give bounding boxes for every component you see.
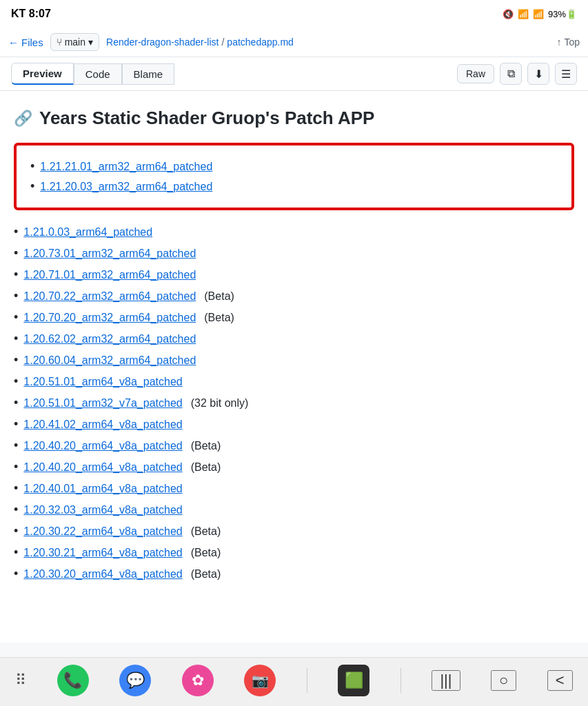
flower-icon: ✿ — [192, 672, 204, 689]
back-arrow-icon: ← — [8, 37, 19, 48]
phone-button[interactable]: 📞 — [57, 665, 89, 696]
top-button[interactable]: ↑ Top — [556, 37, 580, 48]
list-item: 1.20.51.01_arm64_v8a_patched — [14, 371, 574, 392]
list-item: 1.20.62.02_arm32_arm64_patched — [14, 328, 574, 350]
link-1-20-51-01-arm64[interactable]: 1.20.51.01_arm64_v8a_patched — [23, 376, 182, 388]
beta-suffix: (Beta) — [191, 568, 221, 581]
mute-icon: 🔇 — [503, 9, 514, 19]
list-item: 1.20.41.02_arm64_v8a_patched — [14, 414, 574, 435]
tab-preview[interactable]: Preview — [11, 63, 74, 85]
back-button[interactable]: ← Files — [8, 37, 43, 48]
link-1-21-0-03[interactable]: 1.21.0.03_arm64_patched — [23, 226, 152, 239]
list-item: 1.20.73.01_arm32_arm64_patched — [14, 243, 574, 264]
link-1-20-70-20[interactable]: 1.20.70.20_arm32_arm64_patched — [23, 312, 196, 324]
status-time: KT 8:07 — [11, 8, 51, 20]
link-1-20-41-02[interactable]: 1.20.41.02_arm64_v8a_patched — [23, 418, 182, 431]
list-button[interactable]: ☰ — [555, 63, 577, 85]
home-button[interactable]: ○ — [491, 670, 516, 691]
list-item: 1.21.21.01_arm32_arm64_patched — [30, 157, 558, 176]
copy-button[interactable]: ⧉ — [500, 63, 522, 85]
nav-divider — [307, 668, 307, 693]
file-path: Render-dragon-shader-list / patchedapp.m… — [106, 37, 549, 48]
list-item: 1.20.70.22_arm32_arm64_patched (Beta) — [14, 285, 574, 307]
apps-button[interactable]: ⠿ — [15, 672, 26, 689]
list-item: 1.20.60.04_arm32_arm64_patched — [14, 350, 574, 371]
list-item: 1.20.40.20_arm64_v8a_patched (Beta) — [14, 456, 574, 478]
link-1-20-30-21[interactable]: 1.20.30.21_arm64_v8a_patched — [23, 547, 182, 559]
page-title: Years Static Shader Gruop's Patch APP — [39, 108, 374, 129]
top-label: Top — [564, 37, 580, 48]
beta-suffix: (Beta) — [204, 312, 234, 324]
beta-suffix: (Beta) — [191, 547, 221, 559]
link-1-20-70-22[interactable]: 1.20.70.22_arm32_arm64_patched — [23, 290, 196, 303]
list-item: 1.20.51.01_arm32_v7a_patched (32 bit onl… — [14, 392, 574, 414]
page-title-row: 🔗 Years Static Shader Gruop's Patch APP — [14, 108, 574, 129]
beta-suffix: (Beta) — [204, 290, 234, 303]
list-item: 1.20.32.03_arm64_v8a_patched — [14, 499, 574, 521]
nav-bar: ← Files ⑂ main ▾ Render-dragon-shader-li… — [0, 28, 588, 57]
link-1-20-30-22[interactable]: 1.20.30.22_arm64_v8a_patched — [23, 525, 182, 538]
list-item: 1.20.71.01_arm32_arm64_patched — [14, 264, 574, 285]
path-separator: / — [221, 37, 224, 48]
raw-button[interactable]: Raw — [457, 64, 494, 83]
copy-icon: ⧉ — [507, 68, 515, 80]
list-item: 1.20.30.22_arm64_v8a_patched (Beta) — [14, 521, 574, 542]
link-1-20-51-01-arm32[interactable]: 1.20.51.01_arm32_v7a_patched — [23, 397, 182, 410]
list-item: 1.21.0.03_arm64_patched — [14, 221, 574, 243]
file-toolbar: Preview Code Blame Raw ⧉ ⬇ ☰ — [0, 57, 588, 91]
flower-button[interactable]: ✿ — [182, 665, 214, 696]
list-item: 1.20.30.21_arm64_v8a_patched (Beta) — [14, 542, 574, 563]
list-item: 1.21.20.03_arm32_arm64_patched — [30, 176, 558, 196]
branch-name: main — [65, 37, 85, 48]
system-back-icon: < — [556, 672, 565, 689]
wifi-icon: 📶 — [518, 9, 529, 19]
minecraft-icon: 🟩 — [345, 672, 363, 689]
link-1-20-40-01[interactable]: 1.20.40.01_arm64_v8a_patched — [23, 483, 182, 495]
branch-icon: ⑂ — [57, 37, 62, 48]
tab-blame[interactable]: Blame — [122, 63, 175, 85]
link-1-20-73-01[interactable]: 1.20.73.01_arm32_arm64_patched — [23, 248, 196, 260]
status-icons: 🔇 📶 📶 93%🔋 — [503, 9, 577, 19]
link-1-20-40-20-b[interactable]: 1.20.40.20_arm64_v8a_patched — [23, 461, 182, 474]
anchor-icon: 🔗 — [14, 110, 32, 128]
bottom-nav: ⠿ 📞 💬 ✿ 📷 🟩 ||| ○ < — [0, 657, 588, 706]
download-button[interactable]: ⬇ — [527, 63, 549, 85]
beta-suffix: (Beta) — [191, 525, 221, 538]
menu-button[interactable]: ||| — [432, 670, 460, 691]
32bit-suffix: (32 bit only) — [191, 397, 249, 410]
path-repo[interactable]: Render-dragon-shader-list — [106, 37, 219, 48]
link-1-20-32-03[interactable]: 1.20.32.03_arm64_v8a_patched — [23, 504, 182, 516]
messages-button[interactable]: 💬 — [119, 665, 151, 696]
highlighted-list: 1.21.21.01_arm32_arm64_patched 1.21.20.0… — [30, 157, 558, 196]
beta-suffix: (Beta) — [191, 461, 221, 474]
content-area: 🔗 Years Static Shader Gruop's Patch APP … — [0, 91, 588, 643]
toolbar-right: Raw ⧉ ⬇ ☰ — [457, 63, 577, 85]
link-1-20-71-01[interactable]: 1.20.71.01_arm32_arm64_patched — [23, 269, 196, 281]
link-1-21-20-03[interactable]: 1.21.20.03_arm32_arm64_patched — [40, 181, 212, 193]
link-1-20-60-04[interactable]: 1.20.60.04_arm32_arm64_patched — [23, 354, 196, 367]
apps-dots-icon: ⠿ — [15, 672, 26, 689]
list-item: 1.20.30.20_arm64_v8a_patched (Beta) — [14, 563, 574, 585]
back-label: Files — [21, 37, 43, 48]
beta-suffix: (Beta) — [191, 440, 221, 452]
phone-icon: 📞 — [63, 672, 82, 689]
system-back-button[interactable]: < — [547, 670, 573, 691]
link-1-20-62-02[interactable]: 1.20.62.02_arm32_arm64_patched — [23, 333, 196, 345]
path-file[interactable]: patchedapp.md — [227, 37, 294, 48]
message-icon: 💬 — [126, 672, 145, 689]
link-1-21-21-01[interactable]: 1.21.21.01_arm32_arm64_patched — [40, 161, 212, 173]
link-1-20-30-20[interactable]: 1.20.30.20_arm64_v8a_patched — [23, 568, 182, 581]
list-item: 1.20.40.01_arm64_v8a_patched — [14, 478, 574, 499]
camera-button[interactable]: 📷 — [244, 665, 276, 696]
battery-icon: 93%🔋 — [548, 9, 577, 19]
branch-selector[interactable]: ⑂ main ▾ — [50, 33, 99, 51]
minecraft-button[interactable]: 🟩 — [338, 665, 369, 696]
signal-icon: 📶 — [533, 9, 544, 19]
tab-code[interactable]: Code — [74, 63, 122, 85]
branch-chevron-icon: ▾ — [88, 37, 93, 48]
list-item: 1.20.40.20_arm64_v8a_patched (Beta) — [14, 435, 574, 456]
link-1-20-40-20-a[interactable]: 1.20.40.20_arm64_v8a_patched — [23, 440, 182, 452]
top-arrow-icon: ↑ — [556, 37, 561, 48]
status-bar: KT 8:07 🔇 📶 📶 93%🔋 — [0, 0, 588, 28]
highlight-box: 1.21.21.01_arm32_arm64_patched 1.21.20.0… — [14, 143, 574, 210]
